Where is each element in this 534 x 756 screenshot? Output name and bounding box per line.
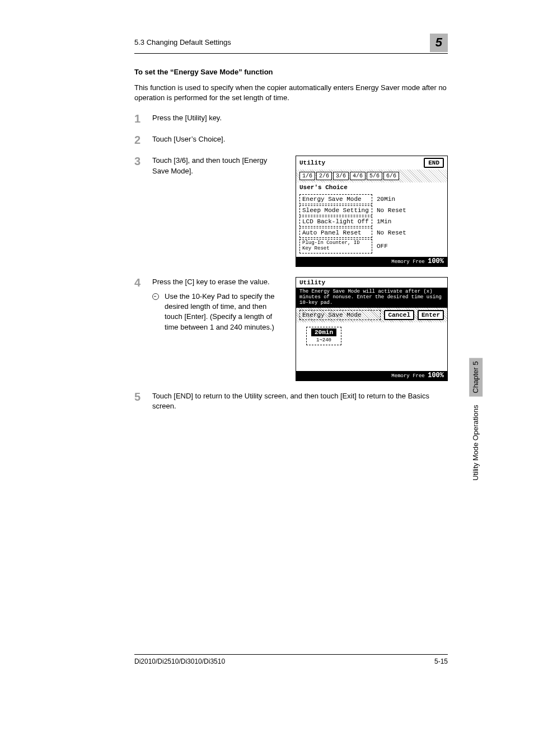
option-plugin-counter[interactable]: Plug-In Counter, ID Key Reset: [299, 239, 372, 253]
footer-model: Di2010/Di2510/Di3010/Di3510: [134, 657, 225, 666]
tab-3-6[interactable]: 3/6: [333, 172, 349, 180]
option-value: No Reset: [372, 229, 406, 236]
step-2-text: Touch [User’s Choice].: [152, 134, 448, 144]
option-value: No Reset: [372, 207, 406, 214]
option-value: OFF: [372, 243, 388, 250]
lcd1-title: Utility: [299, 159, 325, 166]
page-tabs: 1/6 2/6 3/6 4/6 5/6 6/6: [296, 170, 447, 182]
step-4-sub-text: Use the 10-Key Pad to specify the desire…: [165, 292, 285, 332]
tab-1-6[interactable]: 1/6: [299, 172, 315, 180]
option-sleep-mode[interactable]: Sleep Mode Setting: [299, 205, 372, 215]
lcd1-subhead: User's Choice: [296, 182, 447, 192]
step-1-text: Press the [Utility] key.: [152, 113, 448, 123]
mode-label: Energy Save Mode: [299, 310, 381, 320]
option-auto-reset[interactable]: Auto Panel Reset: [299, 228, 372, 238]
option-backlight[interactable]: LCD Back-light Off: [299, 217, 372, 227]
page-header: 5.3 Changing Default Settings 5: [134, 34, 448, 54]
lcd2-title: Utility: [299, 279, 325, 286]
value-current: 20min: [311, 328, 336, 336]
memory-status: Memory Free 100%: [296, 371, 447, 381]
lcd-screenshot-2: Utility The Energy Save Mode will activa…: [296, 277, 448, 381]
subheading: To set the “Energy Save Mode” function: [134, 67, 448, 77]
chapter-badge: 5: [430, 34, 448, 52]
side-chapter: Chapter 5: [469, 358, 483, 397]
intro-text: This function is used to specify when th…: [134, 83, 448, 103]
end-button[interactable]: END: [424, 158, 444, 168]
bullet-icon: [152, 293, 159, 300]
step-number: 3: [134, 156, 143, 167]
tab-2-6[interactable]: 2/6: [316, 172, 332, 180]
option-row: Auto Panel ResetNo Reset: [299, 228, 444, 238]
option-row: LCD Back-light Off1Min: [299, 217, 444, 227]
option-value: 20Min: [372, 196, 395, 203]
cancel-button[interactable]: Cancel: [384, 310, 414, 320]
footer-page: 5-15: [434, 657, 448, 666]
option-row: Plug-In Counter, ID Key ResetOFF: [299, 239, 444, 253]
step-number: 1: [134, 113, 143, 124]
tab-4-6[interactable]: 4/6: [350, 172, 366, 180]
step-number: 2: [134, 134, 143, 145]
option-row: Energy Save Mode20Min: [299, 194, 444, 204]
value-input[interactable]: 20min 1~240: [306, 327, 341, 345]
step-number: 4: [134, 277, 143, 288]
option-row: Sleep Mode SettingNo Reset: [299, 205, 444, 215]
tab-6-6[interactable]: 6/6: [383, 172, 399, 180]
option-value: 1Min: [372, 218, 391, 225]
step-3-text: Touch [3/6], and then touch [Energy Save…: [152, 156, 285, 176]
side-tab: Utility Mode Operations Chapter 5: [469, 353, 483, 481]
option-energy-save[interactable]: Energy Save Mode: [299, 194, 372, 204]
step-5-text: Touch [END] to return to the Utility scr…: [152, 391, 448, 411]
memory-status: Memory Free 100%: [296, 257, 447, 266]
value-range: 1~240: [316, 337, 331, 343]
step-4-text: Press the [C] key to erase the value.: [152, 277, 285, 287]
lcd2-message: The Energy Save Mode will activate after…: [296, 288, 447, 308]
step-number: 5: [134, 391, 143, 402]
enter-button[interactable]: Enter: [418, 310, 444, 320]
page-footer: Di2010/Di2510/Di3010/Di3510 5-15: [134, 654, 448, 666]
side-section: Utility Mode Operations: [471, 405, 480, 481]
breadcrumb: 5.3 Changing Default Settings: [134, 37, 231, 48]
tab-5-6[interactable]: 5/6: [367, 172, 382, 180]
lcd-screenshot-1: Utility END 1/6 2/6 3/6 4/6 5/6 6/6: [296, 156, 448, 267]
